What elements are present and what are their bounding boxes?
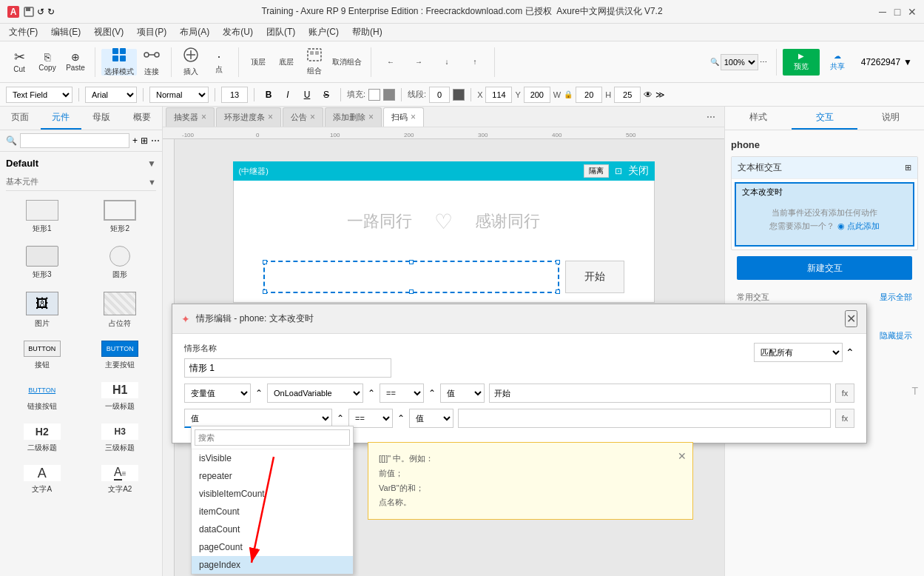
paste-btn[interactable]: ⊕ Paste xyxy=(62,49,89,76)
menu-file[interactable]: 文件(F) xyxy=(3,24,44,40)
match-select[interactable]: 匹配所有 xyxy=(754,343,843,362)
bold-btn[interactable]: B xyxy=(260,87,277,103)
add-action-link[interactable]: ◉ 点此添加 xyxy=(837,221,880,230)
fill-color[interactable] xyxy=(368,89,380,101)
menu-edit[interactable]: 编辑(E) xyxy=(45,24,87,40)
t-indicator[interactable]: T xyxy=(911,385,918,397)
info-close-btn[interactable]: ✕ xyxy=(678,447,687,466)
forward-btn[interactable]: → xyxy=(405,49,432,76)
close-tab-1[interactable]: × xyxy=(268,112,273,122)
widget-text-a[interactable]: A 文字A xyxy=(6,462,78,498)
canvas-more-btn[interactable]: ⋯ xyxy=(701,112,721,122)
menu-help[interactable]: 帮助(H) xyxy=(346,24,388,40)
widget-rect1[interactable]: 矩形1 xyxy=(6,197,78,237)
share-btn[interactable]: ☁ 共享 xyxy=(823,49,852,76)
search-input[interactable] xyxy=(20,133,129,148)
close-window-btn[interactable]: ✕ xyxy=(906,6,918,18)
copy-btn[interactable]: ⎘ Copy xyxy=(34,49,61,76)
group-btn[interactable]: 组合 xyxy=(301,49,328,76)
stroke-width-input[interactable] xyxy=(429,87,450,103)
canvas-tab-3[interactable]: 添加删除 × xyxy=(325,107,382,127)
canvas-tab-2[interactable]: 公告 × xyxy=(283,107,323,127)
widget-text-a2[interactable]: A ≡ 文字A2 xyxy=(84,462,157,498)
sidebar-tab-pages[interactable]: 页面 xyxy=(0,107,41,130)
menu-publish[interactable]: 发布(U) xyxy=(217,24,259,40)
widget-rect3[interactable]: 矩形3 xyxy=(6,243,78,283)
cond2-value[interactable] xyxy=(458,409,831,428)
text-field-widget[interactable] xyxy=(263,261,559,293)
font-select[interactable]: Arial xyxy=(85,87,137,103)
top-layer-btn[interactable]: 顶层 xyxy=(245,49,272,76)
close-tab-3[interactable]: × xyxy=(368,112,374,122)
connect-btn[interactable]: 连接 xyxy=(138,49,165,76)
user-info[interactable]: 47262947 ▼ xyxy=(855,57,918,67)
ungroup-btn[interactable]: 取消组合 xyxy=(329,49,365,76)
insert-btn[interactable]: 插入 xyxy=(178,49,204,76)
sidebar-tab-masters[interactable]: 母版 xyxy=(81,107,122,130)
menu-account[interactable]: 账户(C) xyxy=(303,24,345,40)
cloud-back-btn[interactable]: ↓ xyxy=(434,49,460,76)
dropdown-item-itemCount[interactable]: itemCount xyxy=(192,503,353,520)
widget-rect2[interactable]: 矩形2 xyxy=(84,197,157,237)
bottom-layer-btn[interactable]: 底层 xyxy=(273,49,300,76)
sidebar-tab-widgets[interactable]: 元件 xyxy=(41,107,81,130)
style-select[interactable]: Normal xyxy=(149,87,209,103)
more-format-icon[interactable]: ≫ xyxy=(655,90,665,100)
condition-expand-icon[interactable]: ⌃ xyxy=(846,346,854,358)
zoom-expand-icon[interactable]: ⋯ xyxy=(760,58,767,66)
close-tab-4[interactable]: × xyxy=(411,112,416,122)
w-input[interactable] xyxy=(576,87,602,103)
cond1-val-type[interactable]: 值 xyxy=(440,384,485,403)
cond2-val-type[interactable]: 值 xyxy=(409,409,453,428)
widget-circle[interactable]: 圆形 xyxy=(84,243,157,283)
dropdown-item-pageIndex[interactable]: pageIndex xyxy=(192,556,353,574)
dropdown-search-input[interactable] xyxy=(195,429,350,446)
canvas-tab-1[interactable]: 环形进度条 × xyxy=(216,107,281,127)
dialog-close-btn[interactable]: ✕ xyxy=(845,310,857,327)
more-options-icon[interactable]: ⋯ xyxy=(151,135,160,146)
hide-hint-btn[interactable]: 隐藏提示 xyxy=(880,331,912,340)
menu-project[interactable]: 项目(P) xyxy=(131,24,172,40)
back-btn[interactable]: ← xyxy=(377,49,404,76)
widget-h2[interactable]: H2 二级标题 xyxy=(6,421,78,456)
point-btn[interactable]: · 点 xyxy=(206,49,232,76)
widget-button[interactable]: BUTTON 接钮 xyxy=(6,338,78,373)
import-icon[interactable]: ⊞ xyxy=(141,135,148,146)
widget-h3[interactable]: H3 三级标题 xyxy=(84,421,157,456)
widget-placeholder[interactable]: 占位符 xyxy=(84,289,157,332)
notes-tab[interactable]: 说明 xyxy=(857,107,924,130)
widget-h1[interactable]: H1 一级标题 xyxy=(84,379,157,415)
dropdown-item-pageCount[interactable]: pageCount xyxy=(192,538,353,556)
y-input[interactable] xyxy=(524,87,550,103)
close-canvas-btn[interactable]: 关闭 xyxy=(628,164,649,178)
collapse-icon[interactable]: ▼ xyxy=(148,178,156,187)
widget-type-select[interactable]: Text Field xyxy=(6,87,72,103)
zoom-select[interactable]: 100% xyxy=(721,54,758,70)
expand-section-icon[interactable]: ⊞ xyxy=(905,163,911,173)
stroke-color[interactable] xyxy=(453,89,465,101)
undo-icon[interactable]: ↺ xyxy=(37,7,44,17)
cond1-fx-btn[interactable]: fx xyxy=(835,384,854,403)
cond1-value[interactable] xyxy=(489,384,831,403)
save-icon[interactable] xyxy=(24,7,34,17)
cond1-op[interactable]: == xyxy=(380,384,424,403)
widget-link-button[interactable]: BUTTON 链接按钮 xyxy=(6,379,78,415)
style-tab[interactable]: 样式 xyxy=(725,107,792,130)
canvas-tab-0[interactable]: 抽奖器 × xyxy=(166,107,215,127)
cond1-type[interactable]: 变量值 xyxy=(184,384,251,403)
dropdown-item-repeater[interactable]: repeater xyxy=(192,467,353,485)
menu-layout[interactable]: 布局(A) xyxy=(174,24,215,40)
dropdown-item-isVisible[interactable]: isVisible xyxy=(192,449,353,467)
condition-name-input[interactable] xyxy=(184,358,391,378)
start-button[interactable]: 开始 xyxy=(565,261,624,293)
select-mode-btn[interactable]: 选择模式 xyxy=(101,49,137,76)
cond2-op[interactable]: == xyxy=(348,409,393,428)
maximize-btn[interactable]: □ xyxy=(891,6,903,18)
dropdown-item-dataCount[interactable]: dataCount xyxy=(192,520,353,538)
show-all-btn[interactable]: 显示全部 xyxy=(880,292,912,303)
add-section-icon[interactable]: + xyxy=(132,135,138,146)
cond1-variable[interactable]: OnLoadVariable xyxy=(267,384,363,403)
isolate-btn[interactable]: 隔离 xyxy=(584,164,609,178)
cut-btn[interactable]: ✂ Cut xyxy=(6,49,33,76)
minimize-btn[interactable]: ─ xyxy=(877,6,888,18)
